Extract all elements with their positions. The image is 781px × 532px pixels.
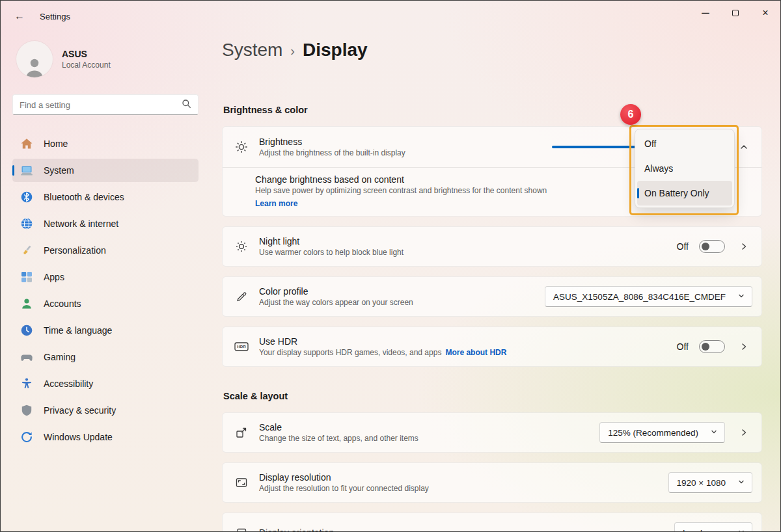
scale-select[interactable]: 125% (Recommended) [599, 422, 725, 443]
search-icon [182, 99, 191, 111]
shield-icon [20, 404, 33, 417]
main-content: System › Display Brightness & color Brig… [222, 32, 762, 531]
more-about-hdr-link[interactable]: More about HDR [445, 348, 506, 357]
display-resolution-title: Display resolution [259, 472, 658, 483]
eyedropper-icon [234, 290, 249, 303]
maximize-icon [732, 10, 739, 16]
chevron-right-icon[interactable] [735, 238, 752, 255]
option-label: Off [644, 139, 656, 149]
sidebar-item-accessibility[interactable]: Accessibility [12, 372, 199, 395]
game-controller-icon [20, 351, 33, 364]
sidebar-item-gaming[interactable]: Gaming [12, 345, 199, 369]
chevron-right-icon[interactable] [735, 424, 752, 441]
night-light-icon [234, 240, 249, 253]
window-title: Settings [40, 12, 70, 21]
hdr-card[interactable]: HDR Use HDR Your display supports HDR ga… [222, 326, 762, 367]
sidebar-item-label: System [44, 165, 74, 176]
hdr-title: Use HDR [259, 336, 666, 347]
display-resolution-value: 1920 × 1080 [677, 478, 726, 488]
sidebar-item-apps[interactable]: Apps [12, 265, 199, 289]
chevron-down-icon [710, 428, 718, 438]
section-scale-layout: Scale & layout [223, 391, 762, 401]
person-icon [20, 297, 33, 310]
night-light-toggle[interactable] [699, 240, 725, 253]
option-label: Always [644, 163, 673, 174]
back-icon[interactable]: ← [7, 5, 32, 27]
dropdown-option-always[interactable]: Always [637, 156, 732, 181]
home-icon [20, 137, 33, 150]
window-controls: ─ × [691, 1, 780, 25]
settings-window: { "window": { "title": "Settings", "icon… [0, 0, 781, 532]
sidebar-item-bluetooth-devices[interactable]: Bluetooth & devices [12, 185, 199, 209]
sidebar-item-network-internet[interactable]: Network & internet [12, 212, 199, 235]
display-resolution-select[interactable]: 1920 × 1080 [668, 472, 752, 493]
close-button[interactable]: × [750, 1, 780, 25]
display-resolution-row: Display resolution Adjust the resolution… [223, 463, 761, 502]
chevron-down-icon [737, 478, 745, 488]
sidebar-item-label: Apps [44, 272, 64, 282]
display-resolution-card: Display resolution Adjust the resolution… [222, 462, 762, 503]
sidebar-item-windows-update[interactable]: Windows Update [12, 425, 199, 449]
scale-value: 125% (Recommended) [608, 428, 698, 438]
display-orientation-row: Display orientation Landscape [223, 513, 761, 532]
learn-more-link[interactable]: Learn more [255, 199, 297, 208]
sidebar-item-time-language[interactable]: Time & language [12, 319, 199, 342]
svg-text:HDR: HDR [237, 344, 246, 349]
brightness-subtitle: Adjust the brightness of the built-in di… [259, 148, 541, 157]
breadcrumb-system[interactable]: System [222, 40, 282, 60]
hdr-toggle[interactable] [699, 340, 725, 353]
section-brightness-color: Brightness & color [223, 105, 762, 115]
night-light-toggle-label: Off [677, 241, 689, 252]
chevron-right-icon[interactable] [735, 338, 752, 355]
scale-icon [234, 426, 249, 439]
globe-icon [20, 217, 33, 230]
sidebar-item-label: Windows Update [44, 432, 113, 442]
user-account[interactable]: ASUS Local Account [16, 41, 199, 77]
breadcrumb: System › Display [222, 40, 368, 60]
brightness-sun-icon [234, 140, 249, 153]
sidebar-item-label: Gaming [44, 352, 75, 362]
search-box [12, 94, 199, 115]
color-profile-select[interactable]: ASUS_X1505ZA_8086_834C416E_CMDEF [545, 286, 752, 307]
sidebar-nav: Home System Bluetooth & devices Network … [12, 132, 199, 449]
sidebar-item-label: Bluetooth & devices [44, 192, 124, 202]
night-light-subtitle: Use warmer colors to help block blue lig… [259, 248, 666, 257]
dropdown-option-off[interactable]: Off [637, 131, 732, 156]
breadcrumb-separator-icon: › [290, 42, 295, 59]
scale-row: Scale Change the size of text, apps, and… [223, 413, 761, 452]
chevron-down-icon [737, 292, 745, 302]
search-input[interactable] [20, 100, 182, 110]
sidebar-item-system[interactable]: System [12, 159, 199, 182]
clock-icon [20, 324, 33, 337]
sidebar: ASUS Local Account Home System Bluetooth… [1, 32, 210, 531]
orientation-icon [234, 526, 249, 532]
sidebar-item-label: Privacy & security [44, 405, 116, 416]
system-icon [20, 164, 33, 177]
scale-card[interactable]: Scale Change the size of text, apps, and… [222, 412, 762, 453]
color-profile-subtitle: Adjust the way colors appear on your scr… [259, 298, 534, 307]
paintbrush-icon [20, 244, 33, 257]
accessibility-person-icon [20, 377, 33, 390]
display-orientation-select[interactable]: Landscape [674, 522, 752, 532]
sidebar-item-accounts[interactable]: Accounts [12, 292, 199, 315]
bluetooth-icon [20, 191, 33, 204]
sidebar-item-label: Time & language [44, 325, 112, 336]
chevron-up-icon[interactable] [735, 139, 752, 155]
dropdown-option-on-battery-only[interactable]: On Battery Only [637, 181, 732, 206]
update-arrows-icon [20, 431, 33, 444]
color-profile-title: Color profile [259, 286, 534, 297]
selected-indicator [637, 188, 639, 198]
sidebar-item-personalization[interactable]: Personalization [12, 239, 199, 262]
sidebar-item-privacy-security[interactable]: Privacy & security [12, 399, 199, 422]
night-light-row: Night light Use warmer colors to help bl… [223, 227, 761, 266]
sidebar-item-home[interactable]: Home [12, 132, 199, 155]
toggle-knob [702, 243, 709, 250]
color-profile-card: Color profile Adjust the way colors appe… [222, 276, 762, 317]
titlebar: ← Settings ─ × [1, 1, 780, 32]
sidebar-item-label: Home [44, 139, 68, 149]
minimize-button[interactable]: ─ [691, 1, 720, 25]
apps-grid-icon [20, 271, 33, 284]
maximize-button[interactable] [720, 1, 750, 25]
night-light-card[interactable]: Night light Use warmer colors to help bl… [222, 226, 762, 267]
annotation-step-badge: 6 [620, 104, 641, 125]
